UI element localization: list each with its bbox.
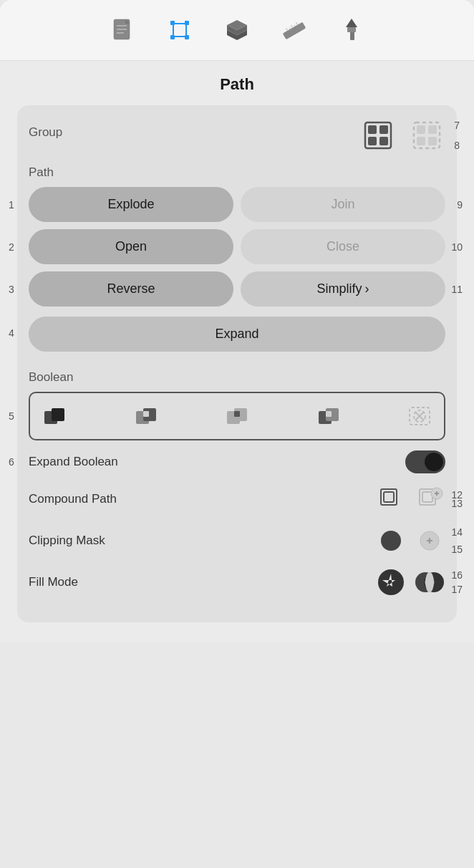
svg-rect-48 [384,492,394,502]
svg-line-15 [289,28,290,29]
boolean-exclude-icon[interactable] [402,399,437,433]
svg-rect-31 [428,137,437,145]
ann5: 5 [9,410,14,422]
main-panel: Path Group [0,61,474,642]
layers-icon[interactable] [220,13,254,47]
close-button[interactable]: Close [241,229,445,264]
svg-rect-24 [379,125,388,134]
ann9: 9 [457,199,463,211]
group-icon-active[interactable] [359,117,397,154]
path-section: Path Explode Join 1 9 Open Close 2 10 [29,165,445,352]
boolean-section: Boolean [29,370,445,608]
svg-line-16 [291,25,293,27]
svg-marker-20 [346,19,357,27]
toolbar [0,0,474,61]
svg-rect-9 [185,35,189,39]
group-label: Group [29,125,62,140]
path-label: Path [29,165,445,180]
toggle-knob [425,453,443,471]
ruler-icon[interactable] [277,13,311,47]
ann16: 16 [451,569,463,581]
ann10: 10 [451,241,463,253]
path-row-1: Explode Join [29,187,445,222]
svg-line-17 [294,25,295,26]
svg-rect-5 [173,24,186,37]
ann1: 1 [9,199,14,211]
clipping-mask-label: Clipping Mask [29,534,105,548]
ann7: 7 [454,120,460,131]
svg-point-61 [425,572,434,592]
boolean-subtract-icon[interactable] [129,399,163,433]
svg-rect-36 [143,411,149,417]
boolean-unite-icon[interactable] [37,399,72,433]
brush-icon[interactable] [334,13,369,47]
compound-path-release-icon[interactable] [414,483,445,515]
expand-boolean-row: Expand Boolean 6 [29,450,445,473]
svg-rect-13 [283,22,306,40]
panel-title: Path [17,75,457,94]
ann11: 11 [451,284,463,295]
svg-rect-30 [417,137,425,145]
svg-rect-26 [379,137,388,145]
svg-rect-42 [326,411,332,417]
ann17: 17 [451,584,463,595]
svg-rect-39 [234,411,240,417]
svg-point-54 [381,531,401,551]
transform-icon[interactable] [163,13,197,47]
ann14: 14 [451,526,463,538]
svg-line-18 [296,22,297,24]
ann3: 3 [9,284,14,295]
svg-rect-25 [368,137,377,145]
ann4: 4 [9,327,14,339]
ann15: 15 [451,544,463,555]
svg-rect-7 [185,21,189,25]
svg-point-58 [378,569,404,595]
join-button[interactable]: Join [241,187,445,222]
boolean-intersect-icon[interactable] [220,399,254,433]
document-icon[interactable] [105,13,140,47]
svg-rect-6 [170,21,175,25]
svg-line-14 [286,28,288,30]
group-icons [359,117,445,154]
simplify-chevron: › [365,281,369,296]
boolean-icons-row [29,392,445,440]
explode-button[interactable]: Explode [29,187,233,222]
expand-boolean-label: Expand Boolean [29,455,118,469]
path-row-2: Open Close [29,229,445,264]
open-button[interactable]: Open [29,229,233,264]
compound-path-label: Compound Path [29,492,117,506]
clipping-mask-row: Clipping Mask [29,525,445,556]
compound-path-controls [375,483,445,515]
clipping-mask-make-icon[interactable] [375,525,407,556]
ann2: 2 [9,241,14,253]
fill-mode-row: Fill Mode [29,566,445,598]
fill-mode-evenodd-icon[interactable] [414,566,445,598]
svg-rect-8 [170,35,175,39]
fill-mode-nonzero-icon[interactable] [375,566,407,598]
expand-boolean-toggle[interactable] [405,450,445,473]
content-area: Group [17,105,457,622]
svg-rect-21 [347,27,356,32]
svg-rect-29 [428,125,437,134]
boolean-label: Boolean [29,370,445,385]
group-section: Group [29,117,445,154]
ann8: 8 [454,140,460,151]
svg-rect-33 [52,408,64,421]
ann13: 13 [451,498,463,509]
compound-path-row: Compound Path [29,483,445,515]
boolean-difference-icon[interactable] [311,399,346,433]
fill-mode-label: Fill Mode [29,575,78,589]
svg-rect-28 [417,125,425,134]
clipping-mask-controls [375,525,445,556]
svg-rect-23 [368,125,377,134]
ann6: 6 [9,456,14,468]
expand-button[interactable]: Expand [29,317,445,352]
svg-rect-19 [350,32,354,40]
clipping-mask-release-icon[interactable] [414,525,445,556]
fill-mode-controls [375,566,445,598]
compound-path-make-icon[interactable] [375,483,407,515]
reverse-button[interactable]: Reverse [29,271,233,307]
path-row-3: Reverse Simplify › [29,271,445,307]
group-icon-inactive[interactable] [408,117,445,154]
simplify-button[interactable]: Simplify › [241,271,445,307]
